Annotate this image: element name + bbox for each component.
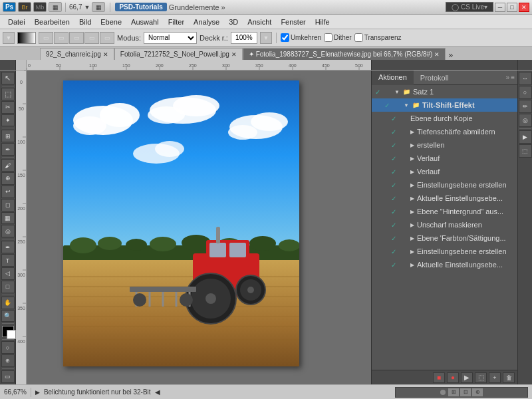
mb-icon[interactable]: Mb — [33, 2, 47, 12]
tool-brush[interactable]: 🖌 — [1, 159, 15, 172]
document-canvas[interactable] — [63, 80, 299, 366]
action-row-4[interactable]: ✓ ▶ erstellen — [372, 138, 517, 152]
close-button[interactable]: ✕ — [519, 3, 529, 12]
right-tool-2[interactable]: ○ — [519, 86, 532, 99]
timeline-btn[interactable]: ⊟ — [460, 388, 471, 396]
canvas-area[interactable] — [27, 70, 371, 384]
right-tool-4[interactable]: ◎ — [519, 114, 532, 127]
panel-more-icon[interactable]: » — [506, 74, 510, 81]
right-tool-1[interactable]: ↔ — [519, 72, 532, 85]
menu-bild[interactable]: Bild — [75, 17, 95, 27]
minimize-button[interactable]: ─ — [495, 3, 505, 12]
cs-live-btn[interactable]: ◯ CS Live▾ — [446, 2, 493, 12]
menu-3d[interactable]: 3D — [225, 17, 242, 27]
tool-type[interactable]: T — [1, 254, 15, 267]
new-action-button[interactable]: + — [489, 372, 501, 383]
br-icon[interactable]: Br — [18, 2, 31, 12]
menu-auswahl[interactable]: Auswahl — [127, 17, 163, 27]
tool-eraser[interactable]: ◻ — [1, 199, 15, 211]
action-row-6[interactable]: ✓ ▶ Verlauf — [372, 165, 517, 178]
action-row-7[interactable]: ✓ ▶ Einstellungsebene erstellen — [372, 178, 517, 192]
tab-0-close[interactable]: ✕ — [103, 51, 108, 58]
delete-button[interactable]: 🗑 — [503, 372, 515, 383]
frame-btn[interactable]: ⊞ — [448, 388, 459, 396]
anim-btn[interactable]: ⊕ — [472, 388, 483, 396]
tool-hand[interactable]: ✋ — [1, 297, 15, 309]
menu-datei[interactable]: Datei — [4, 17, 29, 27]
tool-move[interactable]: ↖ — [1, 72, 15, 84]
more-btn[interactable]: » — [221, 3, 225, 11]
shape-btn-2[interactable]: ▭ — [54, 32, 68, 44]
action-row-10[interactable]: ✓ ▶ Unscharf maskieren — [372, 218, 517, 231]
right-tool-3[interactable]: ✏ — [519, 100, 532, 113]
opacity-input[interactable] — [231, 32, 257, 44]
mode-select[interactable]: Normal — [144, 32, 197, 44]
opacity-btn[interactable]: ▼ — [260, 32, 272, 44]
action-row-12[interactable]: ✓ ▶ Einstellungsebene erstellen — [372, 245, 517, 258]
new-set-button[interactable]: ⬚ — [475, 372, 487, 383]
stop-button[interactable]: ■ — [433, 372, 445, 383]
menu-fenster[interactable]: Fenster — [277, 17, 309, 27]
right-tool-6[interactable]: ⬚ — [519, 144, 532, 158]
tool-blur[interactable]: ◎ — [1, 225, 15, 237]
restore-button[interactable]: □ — [507, 3, 517, 12]
dither-checkbox[interactable]: Dither — [324, 33, 352, 42]
action-row-5[interactable]: ✓ ▶ Verlauf — [372, 152, 517, 165]
action-row-11[interactable]: ✓ ▶ Ebene 'Farbton/Sättigung... — [372, 231, 517, 245]
shape-btn-4[interactable]: ▭ — [84, 32, 99, 44]
tool-eyedropper[interactable]: ✒ — [1, 143, 15, 156]
tab-1-close[interactable]: ✕ — [231, 51, 237, 58]
tab-0[interactable]: 92_S_chanreic.jpg ✕ — [40, 48, 114, 60]
tab-2-close[interactable]: ✕ — [434, 51, 440, 58]
tabbar-more-btn[interactable]: » — [446, 51, 456, 60]
tab-aktionen[interactable]: Aktionen — [372, 70, 414, 85]
background-color[interactable] — [7, 330, 16, 339]
actions-list[interactable]: ✓ ▼ 📁 Satz 1 ✓ ▼ 📁 Tilt-Shift-Effekt ✓ E… — [372, 85, 517, 370]
play-button[interactable]: ▶ — [461, 372, 473, 383]
foreground-color[interactable] — [2, 326, 14, 337]
action-row-8[interactable]: ✓ ▶ Aktuelle Einstellungsebe... — [372, 192, 517, 205]
shape-btn-3[interactable]: ▭ — [69, 32, 84, 44]
menu-hilfe[interactable]: Hilfe — [311, 17, 334, 27]
status-triangle[interactable]: ▶ — [35, 389, 40, 396]
status-nav-left[interactable]: ◀ — [155, 388, 160, 396]
zoom-dropdown[interactable]: ▼ — [84, 4, 90, 11]
tab-protokoll[interactable]: Protokoll — [414, 70, 456, 85]
tab-2[interactable]: ✦ Fotolia_19883727_S_Elenathewise.jpg be… — [243, 48, 446, 60]
umkehren-checkbox[interactable]: Umkehren — [281, 33, 321, 42]
menu-ansicht[interactable]: Ansicht — [243, 17, 275, 27]
tool-shape[interactable]: □ — [1, 281, 15, 293]
tool-history[interactable]: ↩ — [1, 186, 15, 198]
action-row-13[interactable]: ✓ ▶ Aktuelle Einstellungsebe... — [372, 258, 517, 271]
tool-preset-btn[interactable]: ▼ — [3, 32, 15, 44]
tool-marquee[interactable]: ⬚ — [1, 88, 15, 100]
action-row-1[interactable]: ✓ ▼ 📁 Tilt-Shift-Effekt — [372, 98, 517, 112]
panel-menu-icon[interactable]: ≡ — [511, 74, 515, 81]
tool-mode[interactable]: ○ — [1, 341, 15, 354]
tool-zoom[interactable]: 🔍 — [1, 310, 15, 323]
tool-screen[interactable]: ▭ — [1, 370, 15, 383]
tool-path[interactable]: ◁ — [1, 267, 15, 280]
menu-bearbeiten[interactable]: Bearbeiten — [31, 17, 74, 27]
transparenz-checkbox[interactable]: Transparenz — [354, 33, 402, 42]
menu-filter[interactable]: Filter — [164, 17, 188, 27]
tool-crop[interactable]: ⊞ — [1, 130, 15, 142]
action-row-2[interactable]: ✓ Ebene durch Kopie — [372, 112, 517, 125]
color-swatch[interactable] — [17, 32, 36, 44]
record-button[interactable]: ● — [447, 372, 459, 383]
menu-ebene[interactable]: Ebene — [96, 17, 126, 27]
tool-gradient[interactable]: ▦ — [1, 212, 15, 225]
shape-btn-5[interactable]: ▭ — [100, 32, 114, 44]
more-icon[interactable]: ▦ — [92, 2, 105, 12]
tool-quickmask[interactable]: ⊕ — [1, 354, 15, 367]
right-tool-5[interactable]: ▶ — [519, 130, 532, 144]
menu-analyse[interactable]: Analyse — [190, 17, 223, 27]
tab-1[interactable]: Fotolia_7212752_S_Noel_Powell.jpg ✕ — [114, 48, 243, 60]
mode-icon[interactable]: ▦ — [49, 2, 62, 12]
action-row-9[interactable]: ✓ ▶ Ebene "Hintergrund" aus... — [372, 205, 517, 218]
action-row-3[interactable]: ✓ ▶ Tiefenschärfe abmildern — [372, 125, 517, 138]
tool-stamp[interactable]: ⊕ — [1, 172, 15, 185]
tool-lasso[interactable]: ✂ — [1, 101, 15, 114]
tool-magic[interactable]: ✦ — [1, 114, 15, 127]
action-row-0[interactable]: ✓ ▼ 📁 Satz 1 — [372, 85, 517, 98]
